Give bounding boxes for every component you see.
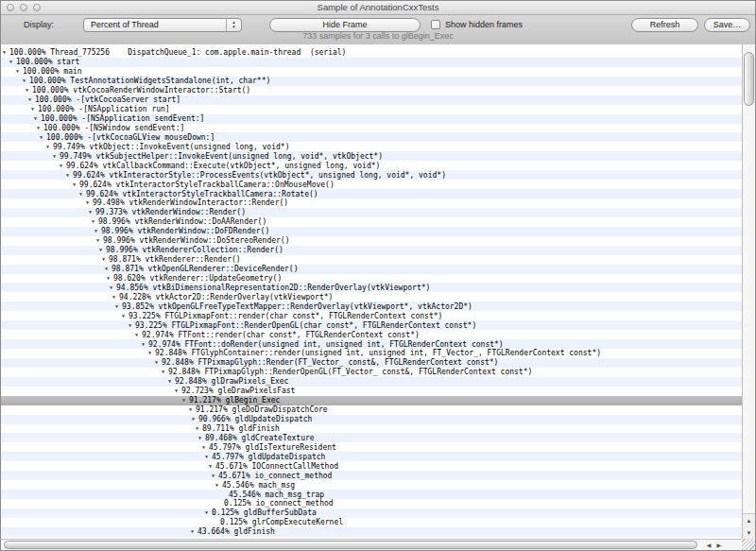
tree-row[interactable]: ▼99.749% vtkObject::InvokeEvent(unsigned… xyxy=(1,142,742,151)
disclosure-triangle-icon[interactable]: ▼ xyxy=(26,86,32,95)
tree-row[interactable]: ▼100.000% TestAnnotationWidgetsStandalon… xyxy=(1,77,742,86)
tree-row[interactable]: ▼94.228% vtkActor2D::RenderOverlay(vtkVi… xyxy=(1,292,742,301)
disclosure-triangle-icon[interactable]: ▼ xyxy=(53,152,60,161)
display-popup[interactable]: Percent of Thread ▲▼ xyxy=(83,18,242,32)
tree-row[interactable]: ▼93.225% FTGLPixmapFont::RenderOpenGL(ch… xyxy=(1,320,742,330)
hide-frame-button[interactable]: Hide Frame xyxy=(269,18,421,32)
disclosure-triangle-icon[interactable]: ▼ xyxy=(112,293,119,301)
disclosure-triangle-icon[interactable]: ▼ xyxy=(192,415,198,423)
disclosure-triangle-icon[interactable]: ▼ xyxy=(191,527,198,536)
disclosure-triangle-icon[interactable]: ▼ xyxy=(86,198,93,207)
tree-row[interactable]: ▼92.848% FTGlyphContainer::render(unsign… xyxy=(1,349,742,358)
disclosure-triangle-icon[interactable]: ▼ xyxy=(94,227,101,235)
tree-row[interactable]: ▼98.996% vtkRendererCollection::Render() xyxy=(1,246,742,255)
tree-row[interactable]: ▼99.624% vtkInteractorStyleTrackballCame… xyxy=(1,189,742,198)
vertical-scrollbar-thumb[interactable] xyxy=(744,52,754,106)
disclosure-triangle-icon[interactable]: ▼ xyxy=(212,472,218,480)
disclosure-triangle-icon[interactable]: ▼ xyxy=(135,331,142,339)
tree-row[interactable]: ▼92.848% FTPixmapGlyph::Render(FT_Vector… xyxy=(1,358,742,368)
tree-row[interactable]: ▼45.797% gldIsTextureResident xyxy=(1,442,742,452)
disclosure-triangle-icon[interactable]: ▼ xyxy=(110,284,116,292)
scroll-left-icon[interactable]: ◀ xyxy=(707,542,712,548)
tree-row[interactable]: ▼92.848% FTPixmapGlyph::RenderOpenGL(FT_… xyxy=(1,368,742,377)
close-icon[interactable] xyxy=(7,4,14,11)
tree-row[interactable]: ▼93.852% vtkOpenGLFreeTypeTextMapper::Re… xyxy=(1,301,742,311)
disclosure-triangle-icon[interactable]: ▼ xyxy=(96,236,103,245)
tree-row[interactable]: ▼98.871% vtkRenderer::Render() xyxy=(1,255,742,265)
tree-row[interactable]: ▼89.468% gldCreateTexture xyxy=(1,433,742,442)
disclosure-triangle-icon[interactable]: ▼ xyxy=(198,434,205,442)
tree-row[interactable]: 45.546% mach_msg_trap xyxy=(1,490,742,499)
tree-row[interactable]: ▼98.996% vtkRenderWindow::DoAARender() xyxy=(1,217,742,227)
tree-row[interactable]: ▼100.000% main xyxy=(1,67,742,77)
tree-row[interactable]: 0.125% glrCompExecuteKernel xyxy=(1,518,742,527)
disclosure-triangle-icon[interactable]: ▼ xyxy=(155,358,162,367)
tree-row[interactable]: ▼99.498% vtkRenderWindowInteractor::Rend… xyxy=(1,198,742,208)
show-hidden-frames-checkbox[interactable] xyxy=(431,20,440,29)
disclosure-triangle-icon[interactable]: ▼ xyxy=(196,424,202,433)
disclosure-triangle-icon[interactable]: ▼ xyxy=(189,405,196,414)
show-hidden-frames-label[interactable]: Show hidden frames xyxy=(445,20,523,29)
tree-row[interactable]: ▼92.723% gleDrawPixelsFast xyxy=(1,387,742,396)
tree-row[interactable]: ▼93.225% FTGLPixmapFont::render(char con… xyxy=(1,311,742,320)
tree-row[interactable]: ▼99.373% vtkRenderWindow::Render() xyxy=(1,208,742,217)
disclosure-triangle-icon[interactable]: ▼ xyxy=(162,368,168,376)
disclosure-triangle-icon[interactable]: ▼ xyxy=(129,321,135,330)
tree-row[interactable]: ▼100.000% Thread_775256 DispatchQueue_1:… xyxy=(1,48,742,58)
title-bar[interactable]: Sample of AnnotationCxxTests xyxy=(1,1,755,15)
disclosure-triangle-icon[interactable]: ▼ xyxy=(9,58,16,66)
tree-row[interactable]: ▼92.974% FTFont::render(char const*, FTG… xyxy=(1,330,742,339)
tree-row[interactable]: ▼45.671% IOConnectCallMethod xyxy=(1,461,742,471)
disclosure-triangle-icon[interactable]: ▼ xyxy=(142,340,148,349)
tree-row[interactable]: ▼94.856% vtkBiDimensionalRepresentation2… xyxy=(1,283,742,292)
tree-row[interactable]: ▼100.000% -[NSApplication run] xyxy=(1,105,742,114)
disclosure-triangle-icon[interactable]: ▼ xyxy=(102,255,109,264)
tree-row[interactable]: ▼100.000% -[NSWindow sendEvent:] xyxy=(1,124,742,133)
disclosure-triangle-icon[interactable]: ▼ xyxy=(73,181,79,189)
tree-row[interactable]: ▼100.000% -[vtkCocoaGLView mouseDown:] xyxy=(1,132,742,142)
tree-row[interactable]: ▼43.664% gldFinish xyxy=(1,527,742,537)
tree-row[interactable]: ▼99.749% vtkSubjectHelper::InvokeEvent(u… xyxy=(1,151,742,161)
tree-row[interactable]: ▼92.848% glDrawPixels_Exec xyxy=(1,377,742,387)
horizontal-scrollbar[interactable]: ◀ ▶ xyxy=(1,539,742,550)
tree-row[interactable]: ▼98.871% vtkOpenGLRenderer::DeviceRender… xyxy=(1,265,742,274)
tree-row[interactable]: ▼99.624% vtkInteractorStyle::ProcessEven… xyxy=(1,170,742,180)
scroll-down-icon[interactable]: ▼ xyxy=(747,530,752,536)
disclosure-triangle-icon[interactable]: ▼ xyxy=(89,208,95,216)
disclosure-triangle-icon[interactable]: ▼ xyxy=(215,481,222,490)
disclosure-triangle-icon[interactable]: ▼ xyxy=(122,312,129,320)
tree-row[interactable]: ▼100.000% -[NSApplication sendEvent:] xyxy=(1,114,742,124)
resize-grip-icon[interactable] xyxy=(742,539,755,550)
disclosure-triangle-icon[interactable]: ▼ xyxy=(16,67,23,76)
scroll-right-icon[interactable]: ▶ xyxy=(716,542,721,548)
tree-row[interactable]: ▼100.000% start xyxy=(1,58,742,67)
tree-row[interactable]: ▼100.000% -[vtkCocoaServer start] xyxy=(1,95,742,105)
tree-row[interactable]: ▼98.996% vtkRenderWindow::DoFDRender() xyxy=(1,227,742,236)
tree-row[interactable]: ▼99.624% vtkCallbackCommand::Execute(vtk… xyxy=(1,161,742,170)
disclosure-triangle-icon[interactable]: ▼ xyxy=(23,77,29,85)
disclosure-triangle-icon[interactable]: ▼ xyxy=(105,265,112,273)
horizontal-scrollbar-thumb[interactable] xyxy=(4,541,697,549)
save-button[interactable]: Save… xyxy=(704,18,750,32)
vertical-scrollbar[interactable]: ▲ ▼ xyxy=(742,44,755,539)
disclosure-triangle-icon[interactable]: ▼ xyxy=(28,95,35,104)
disclosure-triangle-icon[interactable]: ▼ xyxy=(182,396,189,405)
tree-row[interactable]: ▼99.624% vtkInteractorStyleTrackballCame… xyxy=(1,180,742,189)
tree-row[interactable]: ▼98.996% vtkRenderWindow::DoStereoRender… xyxy=(1,236,742,246)
disclosure-triangle-icon[interactable]: ▼ xyxy=(205,508,212,517)
tree-row[interactable]: ▼45.546% mach_msg xyxy=(1,480,742,490)
disclosure-triangle-icon[interactable]: ▼ xyxy=(46,143,53,151)
tree-row[interactable]: ▼45.797% gldUpdateDispatch xyxy=(1,452,742,461)
disclosure-triangle-icon[interactable]: ▼ xyxy=(205,453,212,461)
refresh-button[interactable]: Refresh xyxy=(631,18,698,32)
tree-row[interactable]: ▼100.000% vtkCocoaRenderWindowInteractor… xyxy=(1,86,742,95)
disclosure-triangle-icon[interactable]: ▼ xyxy=(66,171,73,180)
disclosure-triangle-icon[interactable]: ▼ xyxy=(79,190,86,198)
tree-row[interactable]: ▼45.671% io_connect_method xyxy=(1,471,742,480)
disclosure-triangle-icon[interactable]: ▼ xyxy=(31,105,38,113)
disclosure-triangle-icon[interactable]: ▼ xyxy=(202,443,209,452)
zoom-icon[interactable] xyxy=(33,4,41,11)
minimize-icon[interactable] xyxy=(20,4,27,11)
disclosure-triangle-icon[interactable]: ▼ xyxy=(175,387,181,395)
tree-row[interactable]: ▼0.125% gldBufferSubData xyxy=(1,508,742,518)
